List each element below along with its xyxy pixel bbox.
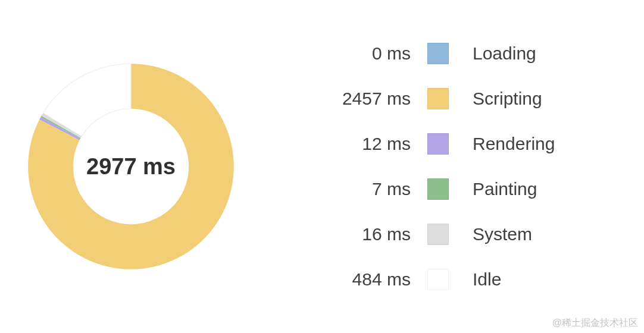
legend-row-system: 16 ms System <box>298 224 555 245</box>
legend-label: Rendering <box>473 134 555 154</box>
legend-value: 12 ms <box>298 134 411 154</box>
legend: 0 ms Loading 2457 ms Scripting 12 ms Ren… <box>298 43 555 290</box>
legend-label: Idle <box>473 269 501 290</box>
legend-value: 16 ms <box>298 224 411 244</box>
donut-total-label: 2977 ms <box>86 154 176 180</box>
legend-row-idle: 484 ms Idle <box>298 269 555 290</box>
legend-label: Scripting <box>473 89 542 109</box>
legend-label: Painting <box>473 179 537 199</box>
legend-value: 7 ms <box>298 179 411 199</box>
donut-chart: 2977 ms <box>6 42 256 291</box>
legend-row-loading: 0 ms Loading <box>298 43 555 64</box>
legend-swatch-idle <box>427 269 449 290</box>
legend-swatch-rendering <box>427 133 449 155</box>
legend-swatch-loading <box>427 43 449 64</box>
legend-swatch-scripting <box>427 88 449 109</box>
legend-value: 484 ms <box>298 269 411 290</box>
legend-row-painting: 7 ms Painting <box>298 178 555 200</box>
legend-label: System <box>473 224 532 244</box>
legend-swatch-painting <box>427 178 449 200</box>
legend-swatch-system <box>427 224 449 245</box>
legend-row-rendering: 12 ms Rendering <box>298 133 555 155</box>
legend-label: Loading <box>473 43 536 64</box>
legend-row-scripting: 2457 ms Scripting <box>298 88 555 109</box>
legend-value: 0 ms <box>298 43 411 64</box>
legend-value: 2457 ms <box>298 89 411 109</box>
watermark: @稀土掘金技术社区 <box>552 317 638 329</box>
